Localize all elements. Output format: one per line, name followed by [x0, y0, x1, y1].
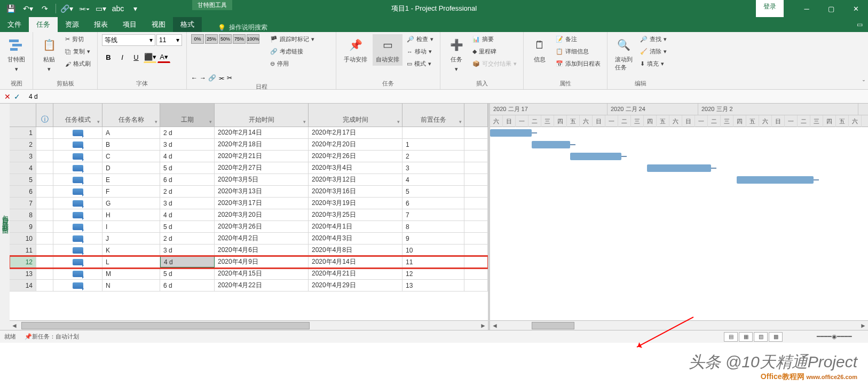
cell-indicator[interactable] — [36, 256, 53, 267]
unlink-icon[interactable]: ⫘▾ — [76, 1, 91, 16]
maximize-icon[interactable]: ▢ — [819, 0, 843, 17]
manual-schedule-button[interactable]: 📌 手动安排 — [341, 34, 370, 66]
cell-indicator[interactable] — [36, 174, 53, 185]
cell-start[interactable]: 2020年2月18日 — [215, 139, 309, 150]
cell-finish[interactable]: 2020年2月17日 — [309, 127, 403, 138]
outline-icon[interactable]: ▭▾ — [93, 1, 108, 16]
cell-finish[interactable]: 2020年3月25日 — [309, 209, 403, 220]
cell-name[interactable]: M — [102, 268, 160, 279]
row-number[interactable]: 13 — [10, 268, 36, 279]
cell-indicator[interactable] — [36, 221, 53, 232]
table-hscroll[interactable]: ◄ ► — [10, 320, 488, 330]
cell-mode[interactable] — [53, 268, 102, 279]
cell-duration[interactable]: 2 d — [160, 127, 215, 138]
cell-mode[interactable] — [53, 280, 102, 291]
cell-predecessor[interactable]: 9 — [403, 233, 464, 244]
cell-mode[interactable] — [53, 186, 102, 197]
cell-start[interactable]: 2020年4月15日 — [215, 268, 309, 279]
cell-name[interactable]: J — [102, 233, 160, 244]
timeline-day[interactable]: 二 — [618, 115, 631, 127]
gantt-bar[interactable] — [490, 129, 532, 137]
cell-duration[interactable]: 6 d — [160, 174, 215, 185]
gantt-bar[interactable] — [532, 141, 570, 148]
timeline-day[interactable]: 六 — [669, 115, 682, 127]
timeline-day[interactable]: 一 — [785, 115, 798, 127]
cell-extra[interactable] — [464, 174, 488, 185]
table-row[interactable]: 7 G 3 d 2020年3月17日 2020年3月19日 6 — [10, 198, 488, 209]
tab-view[interactable]: 视图 — [144, 17, 173, 32]
gantt-hscroll[interactable]: ◄ ► — [490, 320, 868, 330]
status-new-task[interactable]: 📌新任务：自动计划 — [25, 333, 79, 341]
redo-icon[interactable]: ↷ — [37, 1, 52, 16]
cell-name[interactable]: L — [102, 256, 160, 267]
deliverable-button[interactable]: 📦可交付结果▾ — [470, 59, 519, 69]
cell-predecessor[interactable] — [403, 127, 464, 138]
scroll-left-icon[interactable]: ◄ — [10, 322, 19, 329]
row-number[interactable]: 2 — [10, 139, 36, 150]
timeline-day[interactable]: 三 — [721, 115, 733, 127]
summary-button[interactable]: 📊摘要 — [470, 34, 519, 44]
cell-predecessor[interactable]: 12 — [403, 268, 464, 279]
timeline-day[interactable]: 日 — [682, 115, 695, 127]
cell-name[interactable]: G — [102, 198, 160, 209]
cell-predecessor[interactable]: 3 — [403, 162, 464, 174]
cell-predecessor[interactable]: 2 — [403, 151, 464, 162]
row-number[interactable]: 9 — [10, 221, 36, 232]
cancel-edit-icon[interactable]: ✕ — [4, 92, 11, 101]
header-name[interactable]: 任务名称▾ — [102, 104, 160, 127]
cell-mode[interactable] — [53, 198, 102, 209]
underline-button[interactable]: U — [130, 51, 143, 63]
cell-start[interactable]: 2020年2月21日 — [215, 151, 309, 162]
tell-me-search[interactable]: 💡 操作说明搜索 — [218, 23, 267, 32]
scroll-right-icon[interactable]: ► — [858, 322, 868, 329]
track-marks-button[interactable]: 🏴跟踪时标记▾ — [268, 34, 317, 44]
table-row[interactable]: 9 I 5 d 2020年3月26日 2020年4月1日 8 — [10, 221, 488, 233]
cell-predecessor[interactable]: 6 — [403, 198, 464, 209]
header-predecessor[interactable]: 前置任务▾ — [403, 104, 464, 127]
cell-finish[interactable]: 2020年2月20日 — [309, 139, 403, 150]
cell-mode[interactable] — [53, 256, 102, 267]
zoom-control[interactable]: ━━━━◉━━━━ — [817, 333, 852, 340]
cell-extra[interactable] — [464, 127, 488, 138]
milestone-button[interactable]: ◆里程碑 — [470, 46, 519, 57]
cell-start[interactable]: 2020年4月22日 — [215, 280, 309, 291]
cell-indicator[interactable] — [36, 186, 53, 197]
undo-icon[interactable]: ↶▾ — [20, 1, 35, 16]
cell-start[interactable]: 2020年2月27日 — [215, 162, 309, 174]
cell-duration[interactable]: 2 d — [160, 233, 215, 244]
table-row[interactable]: 14 N 6 d 2020年4月22日 2020年4月29日 13 — [10, 280, 488, 292]
cell-indicator[interactable] — [36, 209, 53, 220]
scroll-left-icon[interactable]: ◄ — [490, 322, 500, 329]
timeline-day[interactable]: 四 — [733, 115, 746, 127]
row-number[interactable]: 8 — [10, 209, 36, 220]
cell-finish[interactable]: 2020年3月16日 — [309, 186, 403, 197]
cell-mode[interactable] — [53, 127, 102, 138]
table-row[interactable]: 1 A 2 d 2020年2月14日 2020年2月17日 — [10, 127, 488, 139]
cut-button[interactable]: ✂剪切 — [63, 34, 93, 44]
tab-project[interactable]: 项目 — [115, 17, 144, 32]
table-row[interactable]: 13 M 5 d 2020年4月15日 2020年4月21日 12 — [10, 268, 488, 280]
font-color-button[interactable]: A▾ — [157, 51, 170, 63]
ribbon-display-icon[interactable]: ▭ — [857, 21, 863, 28]
cell-indicator[interactable] — [36, 151, 53, 162]
cell-finish[interactable]: 2020年4月14日 — [309, 256, 403, 267]
row-number[interactable]: 12 — [10, 256, 36, 267]
timeline-day[interactable]: 一 — [605, 115, 618, 127]
cell-duration[interactable]: 2 d — [160, 186, 215, 197]
cell-indicator[interactable] — [36, 127, 53, 138]
strikethrough-icon[interactable]: abc — [111, 1, 125, 16]
scroll-thumb[interactable] — [21, 322, 310, 329]
header-indicator[interactable]: ⓘ — [36, 104, 53, 127]
cell-mode[interactable] — [53, 233, 102, 244]
timeline-day[interactable]: 五 — [746, 115, 759, 127]
cell-extra[interactable] — [464, 198, 488, 209]
cell-predecessor[interactable]: 5 — [403, 186, 464, 197]
cell-duration[interactable]: 3 d — [160, 198, 215, 209]
cell-finish[interactable]: 2020年3月12日 — [309, 174, 403, 185]
cell-name[interactable]: H — [102, 209, 160, 220]
cell-predecessor[interactable]: 13 — [403, 280, 464, 291]
cell-start[interactable]: 2020年3月5日 — [215, 174, 309, 185]
cell-predecessor[interactable]: 7 — [403, 209, 464, 220]
outdent-icon[interactable]: ← — [191, 74, 198, 82]
gantt-bar[interactable] — [737, 176, 814, 184]
